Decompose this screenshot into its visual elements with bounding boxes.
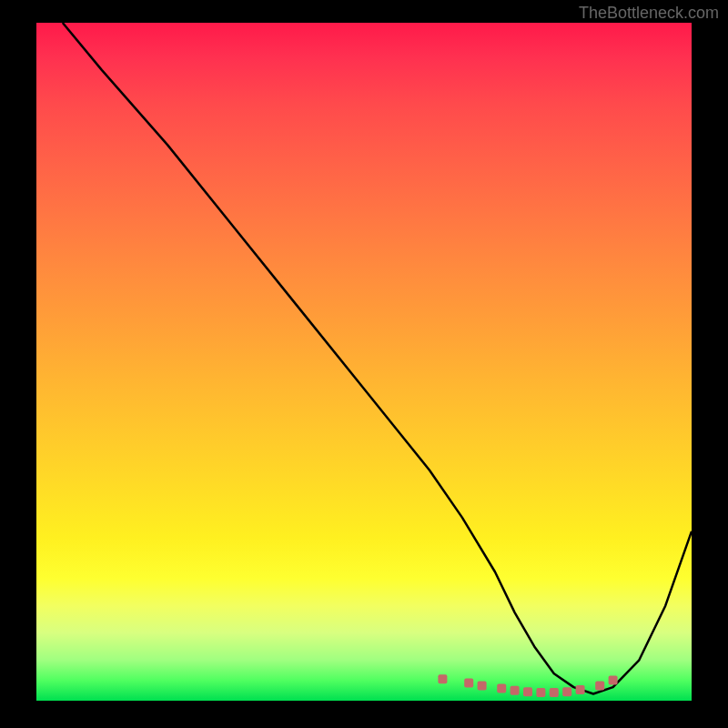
- svg-rect-2: [478, 682, 487, 691]
- svg-rect-8: [562, 687, 571, 696]
- svg-rect-1: [464, 679, 473, 688]
- svg-rect-5: [523, 687, 532, 696]
- svg-rect-4: [511, 686, 520, 695]
- svg-rect-10: [595, 682, 604, 691]
- svg-rect-0: [438, 674, 447, 683]
- svg-rect-7: [550, 688, 559, 697]
- svg-rect-6: [536, 688, 545, 697]
- svg-rect-9: [576, 685, 585, 694]
- svg-rect-3: [497, 684, 506, 693]
- plot-area: [36, 23, 692, 701]
- watermark-text: TheBottleneck.com: [579, 4, 719, 23]
- chart-svg: [36, 23, 692, 701]
- svg-rect-11: [609, 676, 618, 685]
- chart-container: TheBottleneck.com: [0, 0, 728, 728]
- curve-line: [63, 23, 692, 694]
